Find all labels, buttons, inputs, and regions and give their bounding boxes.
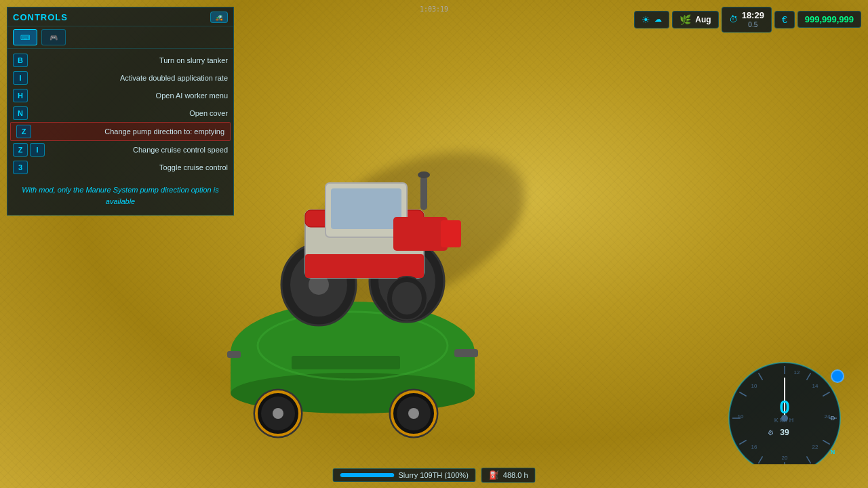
slurry-bar <box>340 473 394 477</box>
label-cruise-toggle: Toggle cruise control <box>33 163 228 171</box>
controls-list: B Turn on slurry tanker I Activate doubl… <box>7 49 233 179</box>
sun-icon: ☀ <box>642 14 650 25</box>
svg-text:D: D <box>831 415 835 422</box>
control-item-cruise-speed: Z I Change cruise control speed <box>7 141 233 159</box>
svg-text:10: 10 <box>738 413 744 420</box>
label-cover: Open cover <box>33 109 228 117</box>
svg-text:20: 20 <box>782 455 788 461</box>
key-i: I <box>13 71 28 85</box>
game-scene <box>224 122 698 461</box>
svg-rect-10 <box>331 188 401 229</box>
svg-point-23 <box>273 408 283 419</box>
key-group-cruise: Z I <box>13 143 45 157</box>
label-double-rate: Activate doubled application rate <box>33 74 228 82</box>
bottom-hud: Slurry 109TH (100%) ⛽ 488.0 h <box>332 468 535 483</box>
svg-text:22: 22 <box>812 444 818 450</box>
hud-weather: ☀ ☁ <box>634 11 669 28</box>
tab-gamepad[interactable]: 🎮 <box>41 29 66 45</box>
hud-currency: € <box>774 11 795 28</box>
top-hud: ☀ ☁ 🌿 Aug ⏱ 18:29 0.5 € 999,999,999 <box>634 7 861 33</box>
fuel-icon: ⛽ <box>489 470 499 480</box>
key-z-cruise: Z <box>13 143 28 157</box>
key-3: 3 <box>13 161 28 174</box>
time-value: 18:29 <box>742 10 764 21</box>
svg-point-12 <box>392 282 422 314</box>
hud-money-box: 999,999,999 <box>797 11 861 28</box>
svg-text:14: 14 <box>812 383 818 389</box>
control-item-double-rate: I Activate doubled application rate <box>7 69 233 87</box>
control-item-slurry: B Turn on slurry tanker <box>7 52 233 69</box>
tab-keyboard[interactable]: ⌨ <box>13 29 37 45</box>
svg-point-26 <box>408 408 419 419</box>
svg-text:⚙: ⚙ <box>768 429 774 436</box>
season-icon: 🌿 <box>679 14 691 25</box>
controls-title: CONTROLS <box>13 12 68 22</box>
screen-timer: 1:03:19 <box>420 5 448 13</box>
svg-text:KM/H: KM/H <box>774 417 795 424</box>
svg-rect-30 <box>227 351 241 358</box>
control-item-cover: N Open cover <box>7 104 233 122</box>
slurry-label: Slurry 109TH (100%) <box>398 471 468 479</box>
key-z-pump: Z <box>16 125 31 138</box>
hud-season: 🌿 Aug <box>672 11 718 28</box>
speedometer-widget: 10 10 16 20 22 24 14 12 0 KM/H ⚙ 39 D N <box>726 359 848 468</box>
svg-rect-29 <box>454 349 478 357</box>
controls-panel: CONTROLS 🚜 ⌨ 🎮 B Turn on slurry tanker I… <box>7 7 234 216</box>
hud-time-box: ⏱ 18:29 0.5 <box>722 7 772 33</box>
label-pump: Change pump direction to: emptying <box>37 127 224 136</box>
svg-rect-31 <box>292 356 400 369</box>
svg-text:0: 0 <box>779 396 790 418</box>
time-sub: 0.5 <box>748 21 757 29</box>
tractor <box>258 122 475 339</box>
control-item-ai: H Open AI worker menu <box>7 87 233 104</box>
svg-rect-13 <box>393 217 448 251</box>
euro-icon: € <box>782 14 787 25</box>
svg-text:39: 39 <box>780 428 789 437</box>
svg-text:N: N <box>831 449 835 455</box>
controls-tabs: ⌨ 🎮 <box>7 26 233 49</box>
slurry-fill <box>340 473 394 477</box>
speedo-svg: 10 10 16 20 22 24 14 12 0 KM/H ⚙ 39 D N <box>726 359 844 464</box>
notification-dot[interactable] <box>831 369 844 383</box>
controls-header: CONTROLS 🚜 <box>7 7 233 26</box>
label-slurry: Turn on slurry tanker <box>33 56 228 64</box>
fuel-label: 488.0 h <box>503 471 528 479</box>
svg-rect-8 <box>305 254 424 278</box>
controls-note: With mod, only the Manure System pump di… <box>7 179 233 209</box>
svg-rect-15 <box>420 176 427 210</box>
time-display: 18:29 0.5 <box>742 10 764 29</box>
key-h: H <box>13 89 28 102</box>
slurry-status: Slurry 109TH (100%) <box>332 468 475 482</box>
key-n: N <box>13 106 28 120</box>
clock-icon: ⏱ <box>729 14 738 24</box>
vehicle-icon: 🚜 <box>210 12 228 23</box>
key-i-cruise: I <box>30 143 45 157</box>
svg-text:10: 10 <box>751 383 757 389</box>
svg-text:24: 24 <box>825 413 831 420</box>
svg-text:16: 16 <box>751 444 757 450</box>
money-value: 999,999,999 <box>805 14 854 24</box>
fuel-status: ⛽ 488.0 h <box>481 468 536 483</box>
month-display: Aug <box>695 15 711 24</box>
control-item-cruise-toggle: 3 Toggle cruise control <box>7 159 233 176</box>
control-item-pump: Z Change pump direction to: emptying <box>10 122 231 141</box>
label-cruise-speed: Change cruise control speed <box>50 146 228 154</box>
svg-rect-14 <box>441 220 461 247</box>
label-ai: Open AI worker menu <box>33 92 228 100</box>
cloud-icon: ☁ <box>654 15 662 24</box>
svg-point-16 <box>418 171 430 178</box>
key-b: B <box>13 54 28 67</box>
svg-text:12: 12 <box>794 369 800 375</box>
